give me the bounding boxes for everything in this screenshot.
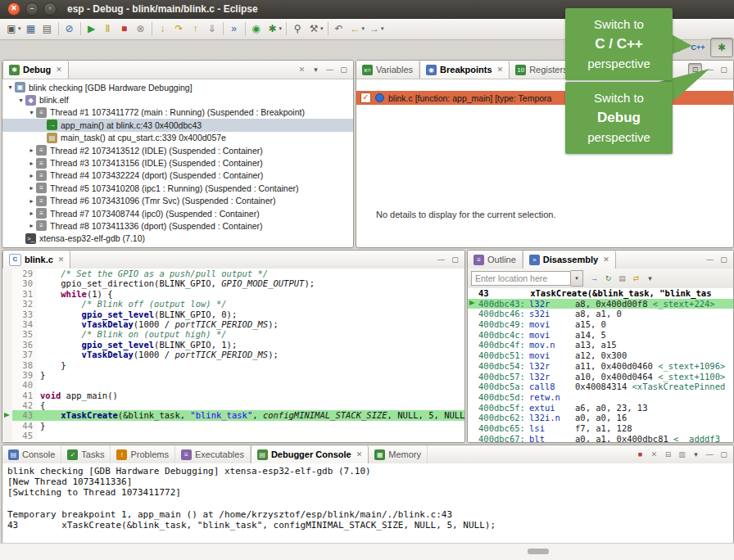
minimize-icon[interactable]: — <box>324 64 336 76</box>
code-line[interactable]: 42{ <box>2 400 464 410</box>
disassembly-row[interactable]: 400dbc54:l32ra11, 0x400d0460 <_stext+109… <box>468 361 733 372</box>
code-line[interactable]: 41void app_main() <box>2 391 464 400</box>
disassembly-row[interactable]: 43 xTaskCreate(&blink_task, "blink_tas <box>468 288 733 299</box>
disassembly-row[interactable]: 400dbc62:l32i.na0, a0, 16 <box>468 413 733 423</box>
code-line[interactable]: 43 xTaskCreate(&blink_task, "blink_task"… <box>2 410 464 420</box>
code-line[interactable]: 34 vTaskDelay(1000 / portTICK_PERIOD_MS)… <box>2 319 464 329</box>
minimize-icon[interactable]: — <box>704 449 716 461</box>
code-line[interactable]: 29 /* Set the GPIO as a push/pull output… <box>2 269 464 278</box>
link-with-debug-icon[interactable]: ⊡ <box>688 63 702 77</box>
disassembly-row[interactable]: 400dbc5a:call80x40084314 <xTaskCreatePin… <box>468 382 733 392</box>
code-line[interactable]: 33 gpio_set_level(BLINK_GPIO, 0); <box>2 309 464 319</box>
new-wizard-button[interactable]: ▣ <box>3 20 20 37</box>
show-source-icon[interactable]: ▤ <box>616 273 628 285</box>
debug-tree-item[interactable]: ▸≡Thread #7 1073408744 (ipc0) (Suspended… <box>2 207 353 219</box>
maximize-icon[interactable]: ▢ <box>449 254 461 266</box>
refresh-icon[interactable]: ↻ <box>602 273 614 285</box>
code-line[interactable]: 44} <box>2 421 464 431</box>
debug-tree-item[interactable]: ▾▣blink checking [GDB Hardware Debugging… <box>2 81 353 93</box>
debug-tree-item[interactable]: ▸≡Thread #4 1073432224 (dport) (Suspende… <box>2 169 353 182</box>
close-window-button[interactable]: ✕ <box>7 2 20 16</box>
debug-tree-item[interactable]: ▸≡Thread #8 1073411336 (dport) (Suspende… <box>2 219 353 232</box>
chevron-right-icon[interactable]: ▸ <box>27 147 36 154</box>
code-line[interactable]: 40 <box>2 380 464 390</box>
horizontal-scrollbar-thumb[interactable] <box>528 549 549 554</box>
minimize-window-button[interactable]: – <box>25 2 39 16</box>
code-editor[interactable]: 29 /* Set the GPIO as a push/pull output… <box>2 269 464 442</box>
close-tab-icon[interactable]: ✕ <box>603 255 609 264</box>
terminate-icon[interactable]: ■ <box>634 449 646 461</box>
scroll-lock-icon[interactable]: ▥ <box>676 449 688 461</box>
tab-problems[interactable]: !Problems <box>111 445 174 463</box>
disassembly-row[interactable]: 400dbc4c:movia14, 5 <box>468 330 733 341</box>
tab-debugger-console[interactable]: ▤Debugger Console✕ <box>251 445 369 463</box>
minimize-icon[interactable]: — <box>704 64 716 76</box>
tab-variables[interactable]: x=Variables <box>356 61 419 79</box>
minimize-icon[interactable]: — <box>435 254 447 266</box>
forward-button[interactable]: → <box>366 20 383 37</box>
tab-blink-c[interactable]: Cblink.c✕ <box>2 251 70 269</box>
search-button[interactable]: ⚲ <box>289 20 306 37</box>
chevron-right-icon[interactable]: ▸ <box>27 172 36 179</box>
print-button[interactable]: ▤ <box>39 20 56 37</box>
location-input[interactable]: Enter location here <box>471 271 571 286</box>
location-dropdown-icon[interactable]: ▾ <box>571 270 583 287</box>
chevron-right-icon[interactable]: ▸ <box>27 184 36 192</box>
debug-tree-item[interactable]: ▸≡Thread #5 1073410208 (ipc1 : Running) … <box>2 182 353 194</box>
debug-button[interactable]: ✱ <box>265 20 281 37</box>
disassembly-row[interactable]: 400dbc67:blta0, a1, 0x400dbc81 <__adddf3 <box>468 434 733 442</box>
external-tools-button[interactable]: ⚒ <box>306 20 322 37</box>
step-return-button[interactable]: ↑ <box>188 20 204 37</box>
tab-breakpoints[interactable]: ◉Breakpoints✕ <box>419 61 510 79</box>
chevron-right-icon[interactable]: ▸ <box>27 197 36 205</box>
close-tab-icon[interactable]: ✕ <box>497 65 504 74</box>
sync-icon[interactable]: ⇄ <box>630 273 642 285</box>
code-line[interactable]: 30 gpio_set_direction(BLINK_GPIO, GPIO_M… <box>2 278 464 288</box>
breakpoint-row[interactable]: ✓blink.c [function: app_main] [type: Tem… <box>356 91 733 105</box>
disassembly-row[interactable]: 400dbc49:movia15, 0 <box>468 319 733 330</box>
save-button[interactable]: ▦ <box>23 20 39 37</box>
code-line[interactable]: 39} <box>2 370 464 380</box>
code-line[interactable]: 35 /* Blink on (output high) */ <box>2 329 464 339</box>
disassembly-row[interactable]: 400dbc43:l32ra8, 0x400d00f8 <_stext+224> <box>468 299 733 309</box>
view-menu-icon[interactable]: ▾ <box>690 449 702 461</box>
run-button[interactable]: ◉ <box>248 20 265 37</box>
view-menu-icon[interactable]: ▾ <box>310 64 322 76</box>
disassembly-listing[interactable]: 43 xTaskCreate(&blink_task, "blink_tas40… <box>468 288 733 442</box>
back-button[interactable]: ← <box>347 20 364 37</box>
tab-debug[interactable]: ✱Debug✕ <box>2 61 69 79</box>
debug-tree-item[interactable]: ▸≡Thread #3 1073413156 (IDLE) (Suspended… <box>2 156 353 169</box>
disassembly-row[interactable]: 400dbc4f:mov.na13, a15 <box>468 340 733 350</box>
go-to-address-icon[interactable]: → <box>588 273 600 285</box>
maximize-icon[interactable]: ▢ <box>718 449 730 461</box>
code-line[interactable]: 45 <box>2 431 464 440</box>
minimize-icon[interactable]: — <box>704 254 716 266</box>
disassembly-row[interactable]: 400dbc5f:extuia6, a0, 23, 13 <box>468 403 733 413</box>
disassembly-row[interactable]: 400dbc57:l32ra10, 0x400d0464 <_stext+110… <box>468 372 733 382</box>
drop-to-frame-button[interactable]: ⇓ <box>204 20 220 37</box>
view-menu-icon[interactable]: ▾ <box>644 273 656 285</box>
clear-console-icon[interactable]: ⊟ <box>662 449 674 461</box>
external-tools-dropdown-icon[interactable]: ▾ <box>320 25 324 32</box>
debug-tree-item[interactable]: ▸≡Thread #6 1073431096 (Tmr Svc) (Suspen… <box>2 195 353 207</box>
chevron-down-icon[interactable]: ▾ <box>27 109 36 116</box>
disassembly-row[interactable]: 400dbc46:s32ia8, a1, 0 <box>468 309 733 319</box>
step-over-button[interactable]: ↷ <box>171 20 188 37</box>
tab-registers[interactable]: 10Registers <box>510 61 573 79</box>
terminate-button[interactable]: ■ <box>116 20 133 37</box>
code-line[interactable]: 38 } <box>2 360 464 370</box>
debug-tree-item[interactable]: ▾≡Thread #1 1073411772 (main : Running) … <box>2 106 353 119</box>
debug-tree-item[interactable]: →app_main() at blink.c:43 0x400dbc43 <box>2 119 353 131</box>
close-tab-icon[interactable]: ✕ <box>58 255 65 264</box>
disassembly-row[interactable]: 400dbc51:movia12, 0x300 <box>468 350 733 361</box>
console-output[interactable]: blink checking [GDB Hardware Debugging] … <box>2 463 733 543</box>
new-wizard-dropdown-icon[interactable]: ▾ <box>18 25 21 32</box>
tab-executables[interactable]: ≡Executables <box>175 445 251 463</box>
last-edit-location-button[interactable]: ↶ <box>331 20 347 37</box>
maximize-icon[interactable]: ▢ <box>718 254 730 266</box>
disassembly-row[interactable]: 400dbc5d:retw.n <box>468 392 733 403</box>
tab-outline[interactable]: ≡Outline <box>468 251 523 269</box>
chevron-right-icon[interactable]: ▸ <box>27 210 36 217</box>
debug-tree-item[interactable]: >_xtensa-esp32-elf-gdb (7.10) <box>2 233 353 245</box>
skip-all-breakpoints-button[interactable]: ⊘ <box>61 20 78 37</box>
